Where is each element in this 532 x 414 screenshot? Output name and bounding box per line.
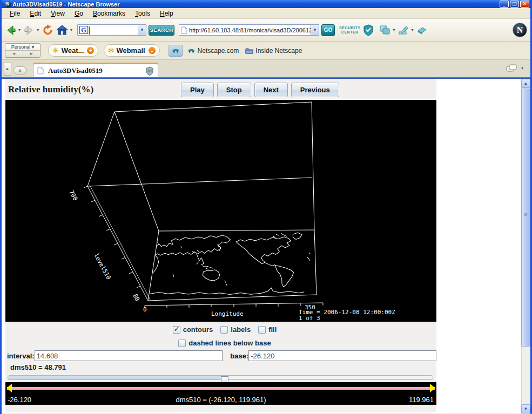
shield-icon[interactable] — [363, 24, 374, 36]
webmail-badge-icon: ⌄ — [149, 47, 156, 54]
menu-go[interactable]: Go — [70, 9, 88, 18]
dashed-lines-label: dashed lines below base — [188, 339, 271, 347]
maximize-button[interactable]: □ — [510, 1, 519, 8]
personal-group-label: Personal — [11, 44, 31, 50]
home-dropdown-caret[interactable]: ▾ — [70, 28, 72, 32]
stop-button[interactable]: Stop — [217, 83, 251, 97]
forward-arrow-icon — [23, 24, 35, 36]
sun-icon: ☀ — [52, 46, 59, 55]
dms-value-row: dms510 = 48.791 — [5, 362, 436, 372]
highlight-button[interactable]: ▾ — [398, 25, 415, 36]
home-button[interactable]: ▾ — [56, 24, 74, 36]
personal-toolbar: Personal ▾ ◄ ► ☀ Weat... + ✉ Webmail ⌄ — [2, 42, 530, 60]
search-engine-icon: G — [79, 26, 88, 34]
netscape-com-link[interactable]: Netscape.com — [187, 47, 239, 55]
pen-dropdown-caret[interactable]: ▾ — [411, 28, 413, 32]
applet-header: Relative humidity(%) Play Stop Next Prev… — [5, 79, 436, 100]
page-icon — [181, 26, 187, 34]
netscape-shortcut-button[interactable] — [169, 45, 183, 57]
window-list-button[interactable]: ▾ — [506, 63, 525, 73]
forward-dropdown-caret[interactable]: ▾ — [37, 28, 39, 32]
cascade-windows-icon — [506, 63, 520, 73]
dms-slider-row — [5, 372, 436, 382]
folder-icon — [245, 47, 253, 54]
multibar-button[interactable]: ▾ — [379, 25, 396, 36]
menu-help[interactable]: Help — [155, 9, 178, 18]
search-input[interactable]: G | ▼ — [77, 24, 146, 36]
personal-group-selector[interactable]: Personal ▾ ◄ ► — [5, 43, 41, 58]
page-icon — [37, 67, 44, 74]
back-dropdown-caret[interactable]: ▾ — [18, 28, 21, 32]
tab-active[interactable]: Auto3DVisad0519 — [33, 63, 158, 77]
weather-badge-icon: + — [87, 47, 94, 54]
dms-value-label: dms510 = 48.791 — [10, 363, 66, 371]
clear-button[interactable] — [416, 25, 428, 35]
page-viewport: Relative humidity(%) Play Stop Next Prev… — [2, 79, 530, 413]
range-value-label: dms510 = (-26.120, 119.961) — [5, 396, 436, 404]
menu-edit[interactable]: Edit — [25, 9, 46, 18]
lon-axis-label: Longitude — [211, 310, 244, 317]
menu-bar: File Edit View Go Bookmarks Tools Help — [2, 8, 530, 19]
window-list-caret[interactable]: ▾ — [521, 66, 523, 71]
level-tick-top: 700 — [68, 189, 79, 202]
menu-view[interactable]: View — [46, 9, 70, 18]
car-icon — [171, 47, 180, 53]
weather-button[interactable]: ☀ Weat... + — [48, 44, 98, 57]
personal-next-button[interactable]: ► — [23, 51, 41, 57]
visad-3d-plot[interactable]: 700 80 level510 0 350 Longitude Time = 2… — [5, 100, 436, 322]
level-axis-label: level510 — [92, 252, 112, 281]
personal-prev-button[interactable]: ◄ — [5, 51, 23, 57]
base-field[interactable] — [248, 350, 436, 361]
pen-icon — [398, 25, 409, 36]
search-button[interactable]: SEARCH — [149, 25, 174, 36]
url-text[interactable]: http://61.60.103.48:81/monica/visad3D/20… — [189, 27, 311, 33]
multibar-dropdown-caret[interactable]: ▾ — [393, 28, 395, 32]
window-title: Auto3DVisad0519 - Netscape Browser — [12, 1, 500, 8]
interval-field[interactable] — [35, 350, 223, 361]
range-select-bar[interactable]: -26.120 dms510 = (-26.120, 119.961) 119.… — [5, 382, 436, 405]
range-right-arrow-icon[interactable] — [430, 384, 435, 392]
url-bar[interactable]: http://61.60.103.48:81/monica/visad3D/20… — [179, 24, 319, 36]
close-button[interactable]: ✕ — [520, 1, 529, 8]
fill-checkbox[interactable] — [258, 326, 266, 334]
dashed-lines-checkbox[interactable] — [178, 340, 186, 347]
tab-list-button[interactable]: ▸ — [4, 63, 11, 76]
contours-label: contours — [183, 325, 213, 334]
page-title: Relative humidity(%) — [8, 84, 93, 95]
contours-checkbox[interactable] — [173, 326, 180, 334]
menu-tools[interactable]: Tools — [130, 9, 155, 18]
text-cursor: | — [88, 25, 90, 35]
minimize-button[interactable]: _ — [500, 1, 509, 8]
forward-button[interactable]: ▾ — [23, 24, 41, 36]
next-button[interactable]: Next — [254, 83, 288, 97]
menu-file[interactable]: File — [5, 9, 25, 18]
menu-bookmarks[interactable]: Bookmarks — [88, 9, 130, 18]
scroll-up-icon[interactable]: ▲ — [521, 79, 530, 88]
new-tab-button[interactable]: + — [14, 66, 26, 75]
labels-checkbox[interactable] — [220, 326, 228, 334]
level-tick-bottom: 80 — [131, 293, 141, 302]
reload-button[interactable] — [42, 24, 55, 37]
range-max-label: 119.961 — [409, 396, 434, 404]
play-button[interactable]: Play — [181, 83, 214, 97]
scroll-down-icon[interactable]: ▼ — [521, 404, 530, 413]
labels-label: labels — [231, 325, 251, 334]
back-button[interactable]: ▾ — [5, 24, 22, 36]
car-icon — [187, 47, 196, 53]
frame-counter-label: 1 of 3 — [299, 315, 320, 322]
range-line[interactable] — [7, 387, 435, 390]
search-dropdown-button[interactable]: ▼ — [138, 25, 146, 35]
inside-netscape-link[interactable]: Inside Netscape — [245, 47, 302, 55]
previous-button[interactable]: Previous — [291, 83, 339, 97]
url-dropdown-button[interactable]: ▼ — [311, 25, 319, 35]
range-left-arrow-icon[interactable] — [6, 384, 12, 392]
contour-controls: contours labels fill dashed lines below … — [5, 322, 436, 349]
scrollbar-thumb[interactable] — [521, 89, 530, 347]
webmail-button[interactable]: ✉ Webmail ⌄ — [104, 44, 159, 57]
go-button[interactable]: GO — [321, 24, 335, 36]
security-center-label[interactable]: SECURITY CENTER — [339, 26, 360, 35]
vertical-scrollbar[interactable]: ▲ ▼ — [521, 79, 530, 413]
netscape-logo[interactable]: N — [513, 23, 527, 37]
slider-track[interactable] — [8, 375, 433, 380]
tab-shield-icon[interactable] — [145, 66, 154, 76]
